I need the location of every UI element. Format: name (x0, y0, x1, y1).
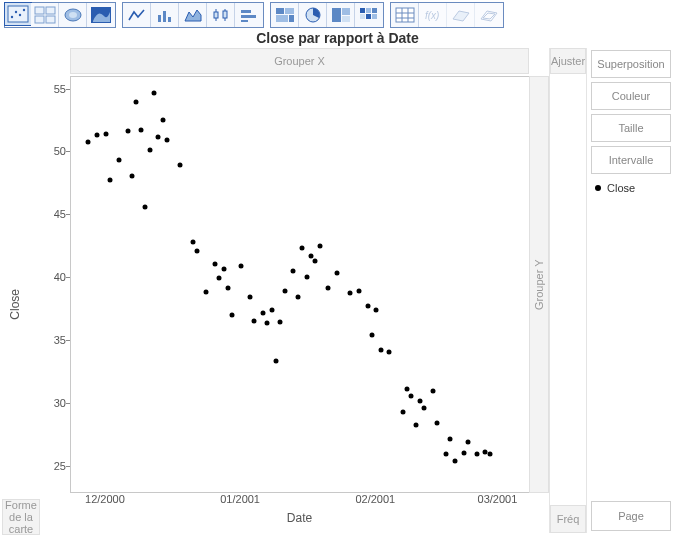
dropzone-freq[interactable]: Fréq (550, 505, 586, 533)
data-point[interactable] (317, 243, 322, 248)
data-point[interactable] (404, 386, 409, 391)
data-point[interactable] (134, 100, 139, 105)
data-point[interactable] (252, 318, 257, 323)
data-point[interactable] (226, 286, 231, 291)
data-point[interactable] (452, 458, 457, 463)
data-point[interactable] (356, 288, 361, 293)
data-point[interactable] (143, 204, 148, 209)
data-point[interactable] (444, 452, 449, 457)
data-point[interactable] (374, 307, 379, 312)
x-axis-label: Date (70, 511, 529, 525)
data-point[interactable] (448, 437, 453, 442)
data-point[interactable] (313, 258, 318, 263)
data-point[interactable] (308, 253, 313, 258)
data-point[interactable] (365, 303, 370, 308)
data-point[interactable] (465, 439, 470, 444)
data-point[interactable] (239, 263, 244, 268)
data-point[interactable] (195, 248, 200, 253)
page-button[interactable]: Page (591, 501, 671, 531)
data-point[interactable] (156, 135, 161, 140)
contour-filled-icon[interactable] (87, 3, 115, 27)
dropzone-grouper-y[interactable]: Grouper Y (529, 76, 549, 493)
line-icon[interactable] (123, 3, 151, 27)
data-point[interactable] (487, 452, 492, 457)
svg-point-3 (19, 14, 21, 16)
data-point[interactable] (417, 399, 422, 404)
density-icon[interactable] (59, 3, 87, 27)
data-point[interactable] (260, 311, 265, 316)
bar-h-icon[interactable] (235, 3, 263, 27)
data-point[interactable] (278, 320, 283, 325)
data-point[interactable] (108, 178, 113, 183)
svg-rect-8 (46, 16, 55, 23)
couleur-button[interactable]: Couleur (591, 82, 671, 110)
table-icon[interactable] (391, 3, 419, 27)
data-point[interactable] (221, 267, 226, 272)
data-point[interactable] (125, 129, 130, 134)
data-point[interactable] (138, 127, 143, 132)
data-point[interactable] (295, 295, 300, 300)
mosaic-icon[interactable] (271, 3, 299, 27)
data-point[interactable] (348, 291, 353, 296)
pie-icon[interactable] (299, 3, 327, 27)
data-point[interactable] (431, 389, 436, 394)
data-point[interactable] (130, 174, 135, 179)
chart-panel: Grouper X Close 25303540455055 Grouper Y… (0, 48, 549, 533)
svg-rect-35 (372, 14, 377, 19)
data-point[interactable] (422, 405, 427, 410)
data-point[interactable] (461, 451, 466, 456)
data-point[interactable] (291, 268, 296, 273)
data-point[interactable] (300, 246, 305, 251)
taille-button[interactable]: Taille (591, 114, 671, 142)
superposition-button[interactable]: Superposition (591, 50, 671, 78)
scatter-plot-area[interactable] (70, 76, 529, 493)
data-point[interactable] (103, 131, 108, 136)
area-icon[interactable] (179, 3, 207, 27)
data-point[interactable] (369, 332, 374, 337)
data-point[interactable] (164, 137, 169, 142)
treemap-icon[interactable] (327, 3, 355, 27)
data-point[interactable] (265, 321, 270, 326)
y-axis-label: Close (8, 289, 22, 320)
dropzone-ajuster[interactable]: Ajuster (550, 48, 586, 74)
svg-rect-5 (35, 7, 44, 14)
data-point[interactable] (387, 350, 392, 355)
intervalle-button[interactable]: Intervalle (591, 146, 671, 174)
data-point[interactable] (212, 262, 217, 267)
data-point[interactable] (304, 274, 309, 279)
data-point[interactable] (147, 147, 152, 152)
dropzone-grouper-x[interactable]: Grouper X (70, 48, 529, 74)
data-point[interactable] (378, 347, 383, 352)
data-point[interactable] (204, 290, 209, 295)
data-point[interactable] (274, 359, 279, 364)
data-point[interactable] (151, 91, 156, 96)
data-point[interactable] (413, 423, 418, 428)
data-point[interactable] (400, 409, 405, 414)
data-point[interactable] (86, 140, 91, 145)
svg-rect-19 (241, 10, 251, 13)
data-point[interactable] (178, 163, 183, 168)
boxplot-icon[interactable] (207, 3, 235, 27)
data-point[interactable] (217, 276, 222, 281)
data-point[interactable] (474, 452, 479, 457)
data-point[interactable] (230, 312, 235, 317)
data-point[interactable] (116, 158, 121, 163)
data-point[interactable] (160, 117, 165, 122)
scatter-matrix-icon[interactable] (31, 3, 59, 27)
svg-rect-20 (241, 15, 256, 18)
data-point[interactable] (282, 288, 287, 293)
data-point[interactable] (95, 132, 100, 137)
toolbar-group-2 (122, 2, 264, 28)
data-point[interactable] (269, 307, 274, 312)
data-point[interactable] (435, 420, 440, 425)
scatter-icon[interactable] (4, 2, 32, 26)
data-point[interactable] (191, 239, 196, 244)
toolbar-group-4: f(x) (390, 2, 504, 28)
data-point[interactable] (335, 271, 340, 276)
data-point[interactable] (409, 394, 414, 399)
bar-icon[interactable] (151, 3, 179, 27)
dropzone-forme-carte[interactable]: Forme de la carte (2, 499, 40, 535)
data-point[interactable] (326, 286, 331, 291)
data-point[interactable] (247, 295, 252, 300)
heatmap-icon[interactable] (355, 3, 383, 27)
